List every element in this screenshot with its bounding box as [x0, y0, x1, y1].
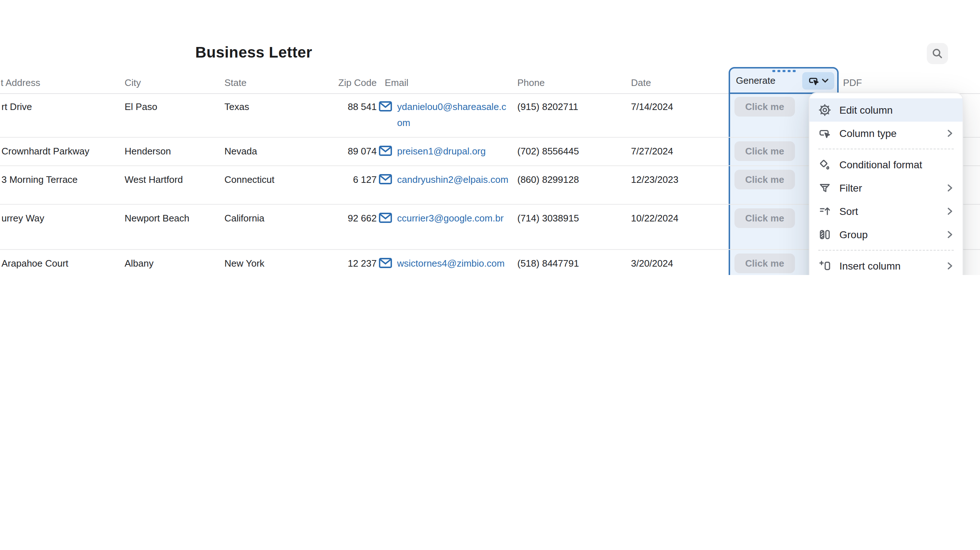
email-link[interactable]: candryushin2@elpais.com — [397, 172, 509, 188]
cell-email[interactable]: candryushin2@elpais.com — [379, 172, 509, 188]
group-icon — [818, 228, 831, 241]
spreadsheet-app: Business Letter t Address City State Zip… — [0, 0, 980, 275]
cell-city[interactable]: West Hartford — [125, 172, 183, 188]
generate-click-me-button[interactable]: Click me — [735, 141, 795, 161]
menu-item-conditional-format[interactable]: Conditional format — [810, 153, 963, 176]
page-title: Business Letter — [195, 44, 312, 61]
cell-date[interactable]: 12/23/2023 — [631, 172, 678, 188]
cell-email[interactable]: wsictornes4@zimbio.com — [379, 256, 509, 271]
cell-phone[interactable]: (860) 8299128 — [517, 172, 579, 188]
cell-phone[interactable]: (518) 8447791 — [517, 256, 579, 271]
cell-state[interactable]: Nevada — [224, 143, 257, 159]
menu-divider — [818, 149, 954, 149]
email-link[interactable]: ydanielou0@shareasale.com — [397, 99, 509, 130]
cell-date[interactable]: 3/20/2024 — [631, 256, 673, 271]
cell-phone[interactable]: (702) 8556445 — [517, 143, 579, 159]
column-type-icon — [818, 127, 831, 140]
chevron-right-icon — [947, 129, 953, 138]
envelope-icon — [379, 146, 392, 156]
cell-date[interactable]: 10/22/2024 — [631, 211, 678, 226]
cell-state[interactable]: New York — [224, 256, 264, 271]
chevron-right-icon — [947, 262, 953, 270]
generate-click-me-button[interactable]: Click me — [735, 254, 795, 273]
gear-icon — [818, 103, 831, 116]
cell-email[interactable]: ccurrier3@google.com.br — [379, 211, 509, 226]
menu-item-insert-column[interactable]: Insert column — [810, 254, 963, 275]
email-link[interactable]: wsictornes4@zimbio.com — [397, 256, 509, 271]
cell-zip[interactable]: 6 127 — [306, 172, 377, 188]
cell-city[interactable]: El Paso — [125, 99, 158, 115]
cell-zip[interactable]: 88 541 — [306, 99, 377, 115]
menu-item-sort[interactable]: Sort — [810, 200, 963, 223]
cell-zip[interactable]: 92 662 — [306, 211, 377, 226]
envelope-icon — [379, 213, 392, 223]
sort-icon — [818, 205, 831, 218]
menu-item-label: Insert column — [839, 260, 900, 272]
menu-item-label: Filter — [839, 182, 862, 194]
menu-item-column-type[interactable]: Column type — [810, 122, 963, 145]
cell-address[interactable]: Arapahoe Court — [2, 256, 68, 271]
column-header-email[interactable]: Email — [385, 75, 408, 91]
column-header-address[interactable]: t Address — [1, 75, 40, 91]
cell-city[interactable]: Albany — [125, 256, 154, 271]
column-header-zip[interactable]: Zip Code — [306, 75, 377, 91]
column-header-phone[interactable]: Phone — [517, 75, 545, 91]
envelope-icon — [379, 174, 392, 184]
column-header-pdf[interactable]: PDF — [843, 75, 862, 91]
cell-date[interactable]: 7/14/2024 — [631, 99, 673, 115]
cell-address[interactable]: rt Drive — [2, 99, 32, 115]
cell-address[interactable]: urrey Way — [2, 211, 45, 226]
conditional-format-icon — [818, 158, 831, 171]
cell-zip[interactable]: 12 237 — [306, 256, 377, 271]
menu-item-label: Conditional format — [839, 159, 922, 170]
cell-email[interactable]: ydanielou0@shareasale.com — [379, 99, 509, 130]
menu-item-edit-column[interactable]: Edit column — [810, 99, 963, 122]
envelope-icon — [379, 258, 392, 268]
menu-item-label: Column type — [839, 127, 897, 139]
cell-city[interactable]: Henderson — [125, 143, 171, 159]
cell-state[interactable]: Connecticut — [224, 172, 274, 188]
cell-state[interactable]: Texas — [224, 99, 249, 115]
button-click-icon — [808, 75, 820, 87]
chevron-right-icon — [947, 207, 953, 216]
column-header-state[interactable]: State — [224, 75, 247, 91]
cell-zip[interactable]: 89 074 — [306, 143, 377, 159]
column-header-generate[interactable]: Generate — [729, 67, 838, 94]
email-link[interactable]: ccurrier3@google.com.br — [397, 211, 509, 226]
cell-address[interactable]: 3 Morning Terrace — [2, 172, 78, 188]
column-header-city[interactable]: City — [125, 75, 141, 91]
menu-item-label: Group — [839, 229, 868, 240]
search-button[interactable] — [927, 43, 948, 64]
email-link[interactable]: preisen1@drupal.org — [397, 143, 509, 159]
generate-click-me-button[interactable]: Click me — [735, 208, 795, 228]
menu-item-label: Edit column — [839, 104, 892, 116]
column-context-menu: Edit columnColumn typeConditional format… — [809, 92, 963, 275]
menu-item-filter[interactable]: Filter — [810, 176, 963, 200]
cell-phone[interactable]: (714) 3038915 — [517, 211, 579, 226]
column-header-date[interactable]: Date — [631, 75, 651, 91]
cell-address[interactable]: Crownhardt Parkway — [2, 143, 89, 159]
generate-click-me-button[interactable]: Click me — [735, 97, 795, 116]
cell-phone[interactable]: (915) 8202711 — [517, 99, 578, 115]
envelope-icon — [379, 101, 392, 111]
menu-divider — [818, 250, 954, 251]
cell-city[interactable]: Newport Beach — [125, 211, 189, 226]
cell-date[interactable]: 7/27/2024 — [631, 143, 673, 159]
menu-item-label: Sort — [839, 205, 858, 217]
insert-column-icon — [818, 259, 831, 272]
column-type-dropdown-button[interactable] — [802, 72, 834, 90]
cell-state[interactable]: California — [224, 211, 264, 226]
filter-icon — [818, 181, 831, 194]
chevron-right-icon — [947, 230, 953, 239]
search-icon — [932, 48, 943, 59]
cell-email[interactable]: preisen1@drupal.org — [379, 143, 509, 159]
chevron-right-icon — [947, 184, 953, 192]
chevron-down-icon — [822, 79, 829, 83]
menu-item-group[interactable]: Group — [810, 223, 963, 246]
generate-click-me-button[interactable]: Click me — [735, 170, 795, 189]
